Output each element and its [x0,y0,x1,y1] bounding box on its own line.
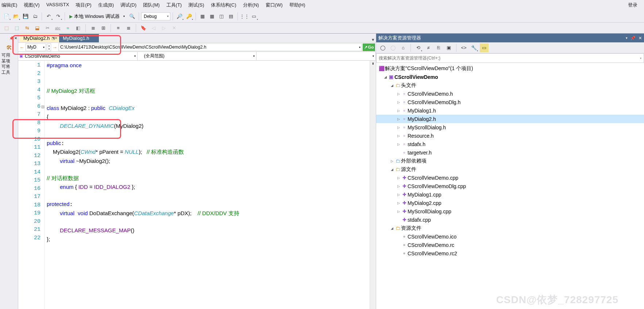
tree-external-folder[interactable]: ▷🗀外部依赖项 [376,157,644,165]
go-button[interactable]: ↗Go [363,43,375,51]
se-code-icon[interactable]: <> [459,43,468,52]
tree-res-file[interactable]: ▫CScrollViewDemo.rc2 [376,249,644,258]
login-button[interactable]: 登录 [628,2,637,8]
tree-project[interactable]: ◢▣CScrollViewDemo [376,73,644,81]
menu-window[interactable]: 窗口(W) [266,2,283,8]
se-ruler-icon[interactable]: ▭ [480,43,489,52]
tb2-7-icon[interactable]: = [63,24,72,33]
se-sync-icon[interactable]: ⟲ [414,43,423,52]
path-spinner[interactable]: ▴▾ [47,43,51,51]
dots-icon[interactable]: ⋮⋮ [240,12,249,21]
tree-source-file[interactable]: ▷✚MyDialog1.cpp [376,190,644,199]
se-copy-icon[interactable]: ⎘ [434,43,443,52]
menu-architecture[interactable]: 体系结构(C) [211,2,236,8]
code-editor[interactable]: #pragma once // MyDialog2 对话框 class MyDi… [45,61,370,309]
se-collapse-icon[interactable]: ▣ [444,43,453,52]
redo-icon[interactable]: ↷ [54,12,62,21]
tree-header-file[interactable]: ▷▫MyScrollDialog.h [376,123,644,131]
se-refresh-icon[interactable]: ≠ [424,43,433,52]
nav-fwd-icon[interactable]: → [52,43,58,52]
menu-test[interactable]: 测试(S) [188,2,204,8]
form-icon[interactable]: ▭ [250,12,258,21]
bookmark-icon[interactable]: 🔖 [139,24,148,33]
close-icon[interactable]: ✕ [53,36,58,41]
se-home-icon[interactable]: ⌂ [399,43,408,52]
tree-res-folder[interactable]: ◢🗀资源文件 [376,224,644,232]
tree-headers-folder[interactable]: ◢🗀头文件 [376,81,644,89]
tb2-3-icon[interactable]: ⇆ [23,24,31,33]
grid2-icon[interactable]: ▦ [208,12,216,21]
menu-view[interactable]: 视图(V) [24,2,39,8]
tree-header-file[interactable]: ▷▫Resource.h [376,131,644,140]
tb2-5-icon[interactable]: ✂ [43,24,52,33]
solution-search[interactable]: 搜索解决方案资源管理器(Ctrl+;) [376,53,644,63]
magnify-icon[interactable]: 🔍 [128,12,136,21]
pin-icon[interactable]: 📌 [9,36,14,40]
menu-help[interactable]: 帮助(H) [289,2,305,8]
open-icon[interactable]: 📂 [12,12,20,21]
se-back-icon[interactable]: ◯ [378,43,387,52]
tb2-15-icon[interactable]: ▷ [159,24,168,33]
scope-member[interactable] [257,52,376,60]
tab-overflow-icon[interactable]: ▾ [372,37,376,42]
grid3-icon[interactable]: ◫ [217,12,226,21]
tree-header-file[interactable]: ▷▫CScrollViewDemo.h [376,89,644,98]
save-icon[interactable]: 💾 [21,12,30,21]
tree-source-file[interactable]: ▷✚MyDialog2.cpp [376,199,644,207]
tb2-4-icon[interactable]: ⬓ [33,24,42,33]
tree-source-file[interactable]: ▷✚MyScrollDialog.cpp [376,207,644,215]
menu-tools[interactable]: 工具(T) [166,2,182,8]
menu-debug[interactable]: 调试(D) [120,2,136,8]
tree-sources-folder[interactable]: ◢🗀源文件 [376,165,644,173]
key-icon[interactable]: 🔑 [185,12,193,21]
tb2-9-icon[interactable]: ≣ [89,24,97,33]
scope-project[interactable]: ▣CScrollViewDemo [18,52,138,60]
menu-edit[interactable]: 编辑(E) [1,2,17,8]
tb2-8-icon[interactable]: ◧ [74,24,82,33]
tb2-11-icon[interactable]: ≡ [114,24,123,33]
menu-vassist[interactable]: VASSISTX [46,2,69,8]
tree-solution-root[interactable]: 🟪解决方案"CScrollViewDemo"(1 个项目) [376,64,644,73]
menu-analyze[interactable]: 分析(N) [243,2,259,8]
debug-start-button[interactable]: ▶本地 Windows 调试器▾ [67,12,127,21]
se-wrench-icon[interactable]: 🔧 [470,43,478,52]
tree-header-file[interactable]: ▷▫MyDialog2.h [376,115,644,123]
path-combo[interactable]: C:\Users\14713\Desktop\CScrollViewDemo\C… [58,43,362,51]
tree-header-file[interactable]: ▷▫MyDialog1.h [376,106,644,115]
grid1-icon[interactable]: ▦ [198,12,207,21]
undo-icon[interactable]: ↶ [44,12,53,21]
menu-project[interactable]: 项目(P) [76,2,91,8]
tree-source-file[interactable]: ▷✚CScrollViewDemoDlg.cpp [376,182,644,190]
close-dock-icon[interactable]: ✕ [14,36,17,40]
se-fwd-icon[interactable]: ◯ [389,43,397,52]
tree-res-file[interactable]: ▫CScrollViewDemo.rc [376,241,644,249]
tb2-16-icon[interactable]: ✕ [170,24,178,33]
panel-pin-icon[interactable]: 📌 [630,36,636,41]
panel-dropdown-icon[interactable]: ▾ [626,36,628,40]
tb2-1-icon[interactable]: ⬚ [2,24,11,33]
save-all-icon[interactable]: 🗂 [31,12,39,21]
menu-team[interactable]: 团队(M) [143,2,160,8]
path-scope-combo[interactable]: MyD [26,43,46,51]
tree-source-file[interactable]: ▷✚CScrollViewDemo.cpp [376,173,644,182]
tb2-12-icon[interactable]: ≣ [124,24,133,33]
tb2-2-icon[interactable]: ⬚ [12,24,21,33]
tab-mydialog2[interactable]: MyDialog2.h ⬔ ✕ [20,34,59,42]
tb2-14-icon[interactable]: ◁ [149,24,158,33]
tree-header-file[interactable]: ▷▫stdafx.h [376,140,644,148]
tb2-10-icon[interactable]: ⊞ [99,24,108,33]
grid4-icon[interactable]: ▤ [227,12,235,21]
menu-build[interactable]: 生成(B) [98,2,114,8]
tab-mydialog1[interactable]: MyDialog1.h [59,34,99,42]
tree-res-file[interactable]: ▫CScrollViewDemo.ico [376,232,644,241]
panel-close-icon[interactable]: ✕ [639,36,642,41]
find-icon[interactable]: 🔎 [175,12,184,21]
tree-header-file[interactable]: ▫targetver.h [376,148,644,157]
tree-source-file[interactable]: ✚stdafx.cpp [376,215,644,224]
config-combo[interactable]: Debug [141,12,170,20]
tb2-6-icon[interactable]: abc [53,24,62,33]
nav-back-icon[interactable]: ← [19,43,25,52]
tree-header-file[interactable]: ▷▫CScrollViewDemoDlg.h [376,98,644,106]
vertical-scrollbar[interactable]: ⬍ [370,61,376,309]
scope-global[interactable]: (全局范围) [138,52,257,60]
